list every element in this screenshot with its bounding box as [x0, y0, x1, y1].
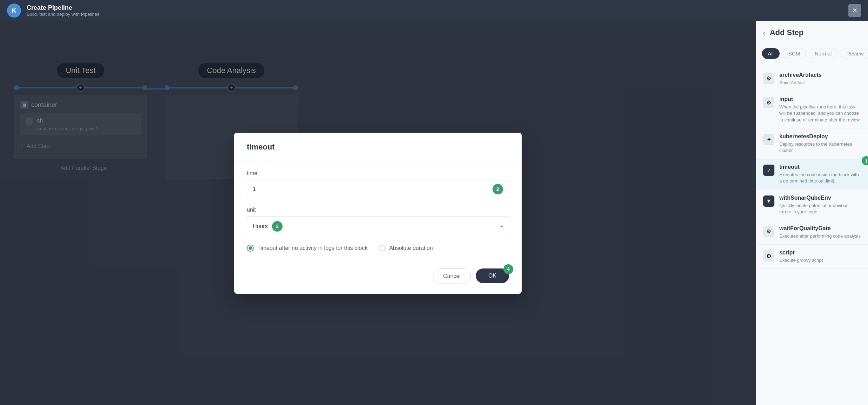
filter-tab-all[interactable]: All	[762, 48, 780, 59]
withSonarQubeEnv-desc: Quickly locate potential or obvious erro…	[779, 202, 861, 215]
modal-title: timeout	[247, 142, 509, 152]
modal-body: time 2 unit Hours 3 ▾ Timeout a	[234, 160, 522, 261]
script-icon: ⚙	[763, 250, 774, 261]
step-list-item-archiveArtifacts[interactable]: ⚙ archiveArtifacts Save Artifact	[756, 67, 868, 91]
kubernetesDeploy-icon: ✦	[763, 134, 774, 145]
input-icon: ⚙	[763, 97, 774, 108]
input-desc: When the pipeline runs here, this task w…	[779, 104, 861, 123]
time-input-wrapper: 2	[247, 180, 509, 198]
kubernetesDeploy-desc: Deploy resources to the Kubernetes clust…	[779, 141, 861, 154]
step-list: ⚙ archiveArtifacts Save Artifact ⚙ input…	[756, 64, 868, 272]
kubernetesDeploy-content: kubernetesDeploy Deploy resources to the…	[779, 133, 861, 154]
archiveArtifacts-content: archiveArtifacts Save Artifact	[779, 72, 822, 86]
archiveArtifacts-icon: ⚙	[763, 73, 774, 84]
script-content: script Execute groovy script	[779, 250, 823, 264]
filter-tabs: All SCM Normal Review	[756, 43, 868, 64]
step-list-item-withSonarQubeEnv[interactable]: ▼ withSonarQubeEnv Quickly locate potent…	[756, 190, 868, 220]
unit-value: Hours	[253, 223, 268, 230]
app-title: Create Pipeline Build, test and deploy w…	[27, 4, 99, 17]
script-name: script	[779, 250, 823, 256]
time-form-group: time 2	[247, 170, 509, 198]
timeout-content: timeout Executes the code inside the blo…	[779, 164, 861, 184]
app-logo: K	[7, 4, 21, 18]
filter-tab-normal[interactable]: Normal	[809, 48, 838, 59]
right-panel: ‹ Add Step All SCM Normal Review ⚙ archi…	[756, 21, 868, 405]
input-content: input When the pipeline runs here, this …	[779, 96, 861, 123]
archiveArtifacts-desc: Save Artifact	[779, 80, 822, 86]
radio-absolute-circle	[379, 245, 386, 252]
ok-button-wrapper: OK 4	[476, 268, 509, 284]
radio-no-activity-label: Timeout after no activity in logs for th…	[257, 245, 367, 251]
withSonarQubeEnv-content: withSonarQubeEnv Quickly locate potentia…	[779, 195, 861, 215]
withSonarQubeEnv-name: withSonarQubeEnv	[779, 195, 861, 201]
timeout-icon: ✓	[763, 165, 774, 176]
waitForQualityGate-icon: ⚙	[763, 226, 774, 237]
panel-title: Add Step	[770, 28, 804, 37]
script-desc: Execute groovy script	[779, 257, 823, 264]
time-badge: 2	[493, 184, 503, 194]
timeout-modal: timeout time 2 unit Hours 3 ▾	[234, 133, 522, 294]
step-list-item-input[interactable]: ⚙ input When the pipeline runs here, thi…	[756, 91, 868, 128]
archiveArtifacts-name: archiveArtifacts	[779, 72, 822, 78]
select-arrow-icon: ▾	[501, 224, 503, 229]
modal-overlay: timeout time 2 unit Hours 3 ▾	[0, 21, 756, 405]
back-arrow-icon[interactable]: ‹	[763, 29, 766, 37]
time-label: time	[247, 170, 509, 177]
kubernetesDeploy-name: kubernetesDeploy	[779, 133, 861, 140]
withSonarQubeEnv-icon: ▼	[763, 195, 774, 207]
step-list-item-waitForQualityGate[interactable]: ⚙ waitForQualityGate Executed after perf…	[756, 220, 868, 245]
timeout-desc: Executes the code inside the block with …	[779, 172, 861, 184]
timeout-name: timeout	[779, 164, 861, 170]
ok-badge: 4	[503, 264, 513, 274]
unit-badge: 3	[272, 221, 283, 232]
time-input[interactable]	[253, 186, 488, 192]
waitForQualityGate-name: waitForQualityGate	[779, 225, 861, 232]
close-button[interactable]: ✕	[848, 4, 861, 17]
filter-tab-review[interactable]: Review	[840, 48, 868, 59]
step-list-item-kubernetesDeploy[interactable]: ✦ kubernetesDeploy Deploy resources to t…	[756, 128, 868, 159]
filter-tab-scm[interactable]: SCM	[782, 48, 806, 59]
modal-footer: Cancel OK 4	[234, 261, 522, 294]
radio-no-activity[interactable]: Timeout after no activity in logs for th…	[247, 245, 367, 252]
topbar: K Create Pipeline Build, test and deploy…	[0, 0, 868, 21]
step-list-item-timeout[interactable]: ✓ timeout Executes the code inside the b…	[756, 159, 868, 190]
waitForQualityGate-desc: Executed after performing code analysis	[779, 233, 861, 239]
unit-label: unit	[247, 207, 509, 213]
unit-form-group: unit Hours 3 ▾	[247, 207, 509, 236]
radio-no-activity-circle	[247, 245, 254, 252]
radio-absolute[interactable]: Absolute duration	[379, 245, 433, 252]
step-list-item-script[interactable]: ⚙ script Execute groovy script	[756, 245, 868, 269]
waitForQualityGate-content: waitForQualityGate Executed after perfor…	[779, 225, 861, 239]
timeout-badge: 1	[862, 156, 868, 165]
unit-select[interactable]: Hours 3 ▾	[247, 217, 509, 236]
radio-absolute-label: Absolute duration	[389, 245, 433, 251]
radio-group: Timeout after no activity in logs for th…	[247, 245, 509, 252]
modal-header: timeout	[234, 133, 522, 160]
right-panel-header: ‹ Add Step	[756, 21, 868, 43]
cancel-button[interactable]: Cancel	[433, 268, 471, 284]
input-name: input	[779, 96, 861, 102]
